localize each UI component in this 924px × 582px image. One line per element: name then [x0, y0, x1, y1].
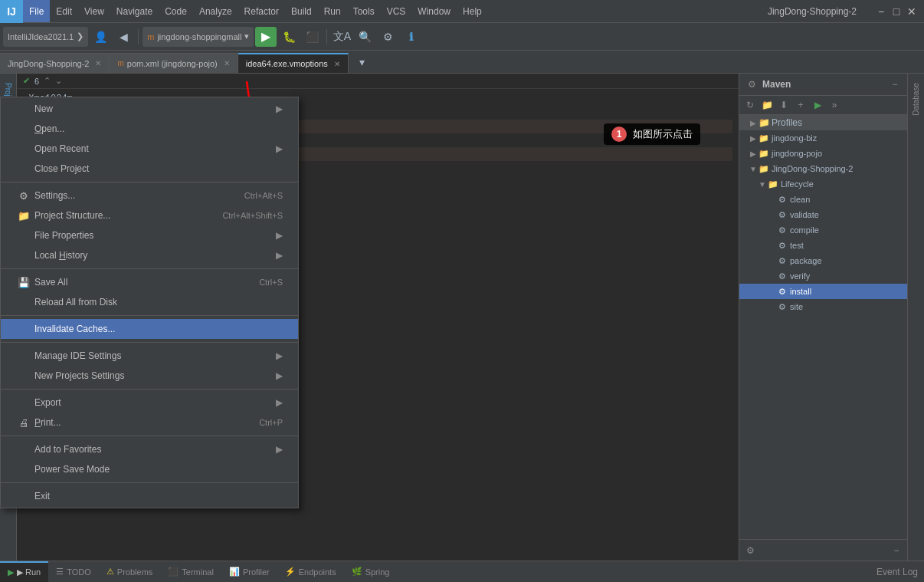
tab-todo[interactable]: ☰ TODO: [48, 561, 99, 582]
menu-open[interactable]: Open...: [1, 119, 298, 139]
maven-item-validate[interactable]: ⚙ validate: [739, 207, 907, 222]
favorites-icon: [16, 442, 31, 457]
jingdong-biz-expand[interactable]: ▶: [749, 134, 758, 143]
maven-more-icon[interactable]: »: [827, 97, 842, 113]
menu-window[interactable]: Window: [411, 0, 457, 22]
app-icon: IJ: [0, 0, 23, 23]
menu-reload-disk[interactable]: Reload All from Disk: [1, 292, 298, 312]
menu-open-recent[interactable]: Open Recent ▶: [1, 139, 298, 159]
tab-vmoptions[interactable]: idea64.exe.vmoptions ✕: [238, 53, 349, 73]
lifecycle-expand[interactable]: ▼: [758, 180, 767, 189]
menu-save-all[interactable]: 💾 Save All Ctrl+S: [1, 272, 298, 292]
maven-item-clean[interactable]: ⚙ clean: [739, 192, 907, 207]
tab-run[interactable]: ▶ ▶ Run: [0, 561, 48, 582]
maven-item-jingdong-biz[interactable]: ▶ 📁 jingdong-biz: [739, 130, 907, 146]
tab-profiler[interactable]: 📊 Profiler: [221, 561, 277, 582]
maven-item-lifecycle[interactable]: ▼ 📁 Lifecycle: [739, 176, 907, 192]
tab-jingdong-close[interactable]: ✕: [95, 59, 101, 67]
package-label: package: [790, 256, 822, 265]
maven-item-install[interactable]: ⚙ install: [739, 284, 907, 299]
menu-new-projects[interactable]: New Projects Settings ▶: [1, 366, 298, 386]
menu-vcs[interactable]: VCS: [381, 0, 412, 22]
menu-file[interactable]: File: [23, 0, 50, 22]
menu-navigate[interactable]: Navigate: [110, 0, 159, 22]
vcs-dropdown-arrow: ❯: [77, 31, 84, 41]
vcs-dropdown[interactable]: IntelliJIdea2021.1 ❯: [3, 27, 88, 47]
maven-bottom-settings[interactable]: ⚙: [742, 543, 758, 558]
menu-exit-label: Exit: [34, 491, 50, 501]
menu-print[interactable]: 🖨 Print... Ctrl+P: [1, 413, 298, 432]
tab-endpoints[interactable]: ⚡ Endpoints: [277, 561, 344, 582]
tab-pom-close[interactable]: ✕: [224, 59, 230, 67]
maven-add-icon[interactable]: +: [793, 97, 808, 113]
tab-jingdong[interactable]: JingDong-Shopping-2 ✕: [0, 53, 110, 73]
menu-section-1: New ▶ Open... Open Recent ▶ Close Projec…: [1, 97, 298, 180]
maven-profiles-item[interactable]: ▶ 📁 Profiles: [739, 115, 907, 130]
maven-refresh-icon[interactable]: ↻: [742, 97, 758, 113]
maven-bottom-collapse[interactable]: −: [889, 543, 904, 558]
menu-file-properties[interactable]: File Properties ▶: [1, 225, 298, 245]
maven-item-verify[interactable]: ⚙ verify: [739, 268, 907, 284]
menu-close-project[interactable]: Close Project: [1, 159, 298, 179]
maven-item-package[interactable]: ⚙ package: [739, 253, 907, 268]
tabs-more-button[interactable]: ▾: [352, 51, 373, 73]
maven-run-icon[interactable]: ▶: [810, 97, 825, 113]
close-button[interactable]: ✕: [906, 5, 918, 18]
terminal-tab-icon: ⬛: [168, 567, 179, 577]
settings-icon[interactable]: ⚙: [377, 26, 398, 48]
restore-button[interactable]: □: [890, 5, 903, 18]
debug-button[interactable]: 🐛: [278, 26, 300, 48]
save-all-icon: 💾: [16, 275, 31, 290]
maven-item-jingdong-pojo[interactable]: ▶ 📁 jingdong-pojo: [739, 146, 907, 161]
root-expand[interactable]: ▼: [749, 165, 758, 173]
menu-build[interactable]: Build: [285, 0, 318, 22]
site-gear-icon: ⚙: [776, 301, 788, 313]
profiles-expand-icon[interactable]: ▶: [749, 119, 758, 127]
menu-refactor[interactable]: Refactor: [238, 0, 285, 22]
menu-settings[interactable]: ⚙ Settings... Ctrl+Alt+S: [1, 186, 298, 206]
maven-folder-icon[interactable]: 📁: [759, 97, 775, 113]
menu-invalidate-caches[interactable]: Invalidate Caches...: [1, 319, 298, 339]
user-icon[interactable]: 👤: [90, 26, 111, 48]
help-icon[interactable]: ℹ: [400, 26, 421, 48]
menu-export[interactable]: Export ▶: [1, 393, 298, 413]
menu-view[interactable]: View: [78, 0, 110, 22]
jingdong-pojo-expand[interactable]: ▶: [749, 150, 758, 158]
maven-download-icon[interactable]: ⬇: [776, 97, 791, 113]
menu-add-favorites[interactable]: Add to Favorites ▶: [1, 439, 298, 459]
menu-edit[interactable]: Edit: [50, 0, 78, 22]
menu-project-structure[interactable]: 📁 Project Structure... Ctrl+Alt+Shift+S: [1, 206, 298, 225]
stop-button[interactable]: ⬛: [301, 26, 323, 48]
menu-new[interactable]: New ▶: [1, 99, 298, 119]
translate-icon[interactable]: 文A: [331, 26, 352, 48]
maven-item-compile[interactable]: ⚙ compile: [739, 222, 907, 238]
menu-manage-ide[interactable]: Manage IDE Settings ▶: [1, 346, 298, 366]
menu-help[interactable]: Help: [457, 0, 488, 22]
menu-run[interactable]: Run: [318, 0, 347, 22]
invalidate-icon: [16, 321, 31, 337]
maven-collapse-icon[interactable]: −: [887, 77, 903, 92]
branch-dropdown[interactable]: m jingdong-shoppingmall ▾: [143, 27, 254, 47]
menu-exit[interactable]: Exit: [1, 486, 298, 506]
menu-local-history[interactable]: Local History ▶: [1, 245, 298, 265]
search-icon[interactable]: 🔍: [354, 26, 375, 48]
back-icon[interactable]: ◀: [113, 26, 134, 48]
tab-spring[interactable]: 🌿 Spring: [344, 561, 398, 582]
tab-pom[interactable]: m pom.xml (jingdong-pojo) ✕: [110, 53, 238, 73]
tab-problems[interactable]: ⚠ Problems: [99, 561, 160, 582]
database-tab[interactable]: Database: [910, 77, 922, 122]
menu-code[interactable]: Code: [159, 0, 193, 22]
maven-item-site[interactable]: ⚙ site: [739, 299, 907, 314]
menu-power-save[interactable]: Power Save Mode: [1, 459, 298, 479]
toolbar-sep-2: [326, 29, 327, 44]
menu-analyze[interactable]: Analyze: [193, 0, 238, 22]
tab-terminal[interactable]: ⬛ Terminal: [160, 561, 221, 582]
maven-settings-icon[interactable]: ⚙: [744, 77, 759, 92]
maven-item-test[interactable]: ⚙ test: [739, 238, 907, 253]
minimize-button[interactable]: −: [875, 5, 887, 18]
tab-vmoptions-close[interactable]: ✕: [334, 60, 340, 68]
event-log-label[interactable]: Event Log: [876, 567, 918, 577]
maven-item-root[interactable]: ▼ 📁 JingDong-Shopping-2: [739, 161, 907, 176]
menu-tools[interactable]: Tools: [347, 0, 381, 22]
run-button[interactable]: ▶: [255, 27, 277, 47]
